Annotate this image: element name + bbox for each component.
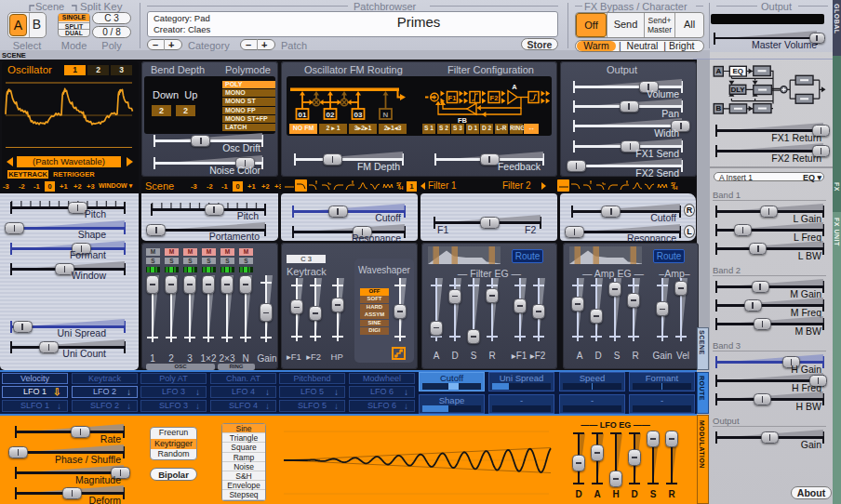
svg-text:02: 02 [327,111,335,119]
svg-text:DLY: DLY [730,86,745,94]
svg-text:N: N [383,111,389,119]
svg-text:A: A [512,83,517,91]
svg-text:B: B [715,104,721,113]
svg-text:F1: F1 [448,94,457,102]
svg-text:F2: F2 [490,94,499,102]
svg-text:EQ: EQ [733,67,744,75]
svg-text:A: A [715,67,721,75]
svg-text:03: 03 [354,111,363,119]
svg-text:01: 01 [299,111,307,119]
